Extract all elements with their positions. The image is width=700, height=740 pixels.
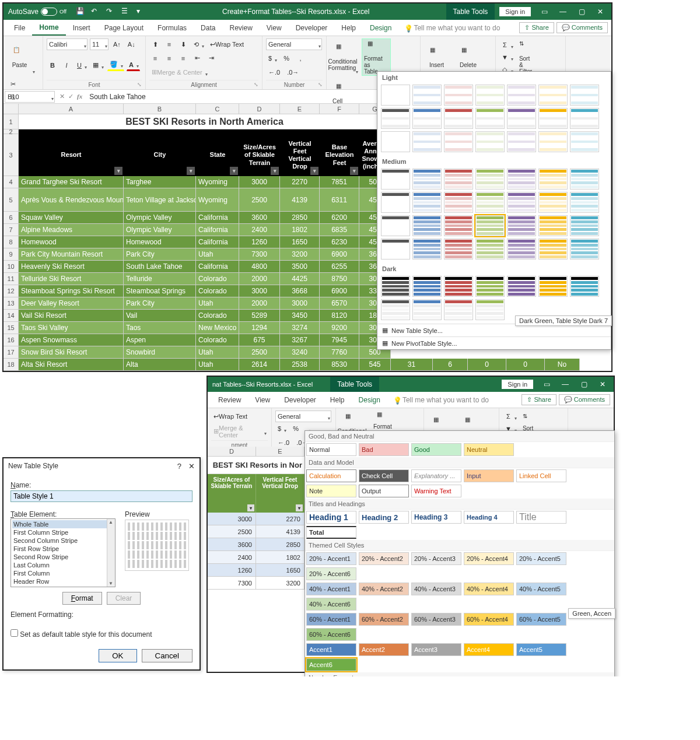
- decrease-font-icon[interactable]: A↓: [125, 38, 138, 50]
- cell[interactable]: 2538: [280, 359, 320, 371]
- cell-style-item[interactable]: Title: [516, 511, 566, 524]
- row-header[interactable]: 10: [4, 261, 19, 273]
- insert-function-icon[interactable]: fx: [77, 93, 82, 100]
- sort-filter-button[interactable]: ⇅Sort & Filter: [517, 38, 540, 76]
- cell[interactable]: 4425: [280, 273, 320, 285]
- font-name-select[interactable]: Calibri: [47, 38, 88, 50]
- tab-file[interactable]: File: [7, 21, 32, 35]
- cell[interactable]: 3200: [256, 577, 304, 590]
- tab-help[interactable]: Help: [334, 21, 363, 35]
- cell[interactable]: Snowbird: [124, 346, 196, 359]
- cell[interactable]: Grand Targhee Ski Resort: [19, 176, 124, 188]
- filter-icon[interactable]: ▾: [230, 167, 238, 175]
- default-checkbox-row[interactable]: Set as default table style for this docu…: [10, 629, 192, 639]
- cell[interactable]: 6835: [320, 224, 359, 236]
- accounting-format-icon[interactable]: $: [275, 423, 288, 434]
- table-style-swatch[interactable]: [475, 85, 505, 106]
- touch-icon[interactable]: ☰: [121, 7, 131, 16]
- table-style-swatch[interactable]: [507, 131, 536, 152]
- table-style-swatch[interactable]: [444, 192, 473, 213]
- table-style-swatch[interactable]: [444, 131, 473, 152]
- table-style-swatch[interactable]: [507, 108, 536, 129]
- cell[interactable]: 3240: [280, 346, 320, 359]
- table-style-swatch[interactable]: [538, 215, 568, 236]
- col-E[interactable]: E: [280, 104, 320, 114]
- cell[interactable]: Heavenly Ski Resort: [19, 261, 124, 273]
- row-header[interactable]: 5: [4, 188, 19, 212]
- insert-cells-button[interactable]: ▦Insert: [424, 38, 453, 76]
- alignment-dialog-icon[interactable]: ⤡: [254, 82, 258, 87]
- list-item[interactable]: First Column Stripe: [12, 528, 114, 536]
- cell[interactable]: 2850: [280, 212, 320, 224]
- minimize-icon[interactable]: —: [556, 378, 574, 391]
- cell[interactable]: 1650: [256, 564, 304, 577]
- table-style-swatch[interactable]: [412, 85, 442, 106]
- table-style-swatch[interactable]: [475, 192, 505, 213]
- align-middle-icon[interactable]: ≡: [163, 38, 175, 50]
- cell[interactable]: 9200: [320, 322, 359, 334]
- autosum-icon[interactable]: Σ: [503, 411, 518, 422]
- table-style-swatch[interactable]: [381, 108, 410, 129]
- cell-style-item[interactable]: 60% - Accent5: [516, 613, 566, 626]
- cell[interactable]: 1294: [239, 322, 280, 334]
- cell[interactable]: Squaw Valley: [19, 212, 124, 224]
- table-style-swatch[interactable]: [507, 239, 536, 259]
- cell[interactable]: 6311: [320, 188, 359, 212]
- tab-developer[interactable]: Developer: [277, 393, 323, 407]
- cell-style-item[interactable]: 40% - Accent6: [306, 598, 356, 611]
- filter-icon[interactable]: ▾: [271, 167, 279, 175]
- cell[interactable]: 1260: [239, 236, 280, 248]
- cell[interactable]: Taos Ski Valley: [19, 322, 124, 334]
- tell-me-search[interactable]: 💡Tell me what you want to do: [398, 24, 500, 32]
- cell-style-item[interactable]: 60% - Accent3: [411, 613, 461, 626]
- increase-decimal-icon[interactable]: ←.0: [266, 66, 282, 78]
- table-style-swatch[interactable]: [570, 276, 599, 297]
- close-icon[interactable]: ✕: [592, 5, 609, 18]
- table-style-swatch[interactable]: [412, 215, 442, 236]
- font-color-icon[interactable]: A: [127, 59, 140, 71]
- cell[interactable]: 7851: [320, 176, 359, 188]
- cell-style-item[interactable]: Heading 1: [306, 511, 356, 524]
- col-F[interactable]: F: [320, 104, 359, 114]
- cell[interactable]: 3500: [280, 261, 320, 273]
- cell-style-item[interactable]: Accent6: [306, 658, 356, 671]
- table-style-swatch[interactable]: [444, 215, 473, 236]
- cell[interactable]: 8530: [320, 359, 359, 371]
- table-style-swatch[interactable]: [538, 131, 568, 152]
- cell[interactable]: Utah: [196, 248, 239, 261]
- table-style-swatch[interactable]: [475, 131, 505, 152]
- tab-data[interactable]: Data: [194, 21, 222, 35]
- wrap-text-button[interactable]: ↩ Wrap Text: [211, 411, 250, 422]
- cell[interactable]: Deer Valley Resort: [19, 297, 124, 310]
- table-style-swatch[interactable]: [570, 169, 599, 190]
- table-style-swatch[interactable]: [381, 131, 410, 152]
- merge-center-button[interactable]: ⊞ Merge & Center: [149, 66, 209, 78]
- cell[interactable]: 3450: [280, 310, 320, 322]
- cell[interactable]: 2400: [208, 551, 256, 564]
- table-style-swatch[interactable]: [570, 131, 599, 152]
- table-style-swatch[interactable]: [507, 85, 536, 106]
- cell[interactable]: Targhee: [124, 176, 196, 188]
- cell[interactable]: 7300: [208, 577, 256, 590]
- cell[interactable]: 3600: [208, 538, 256, 551]
- cell-style-item[interactable]: Calculation: [306, 469, 356, 482]
- cell[interactable]: 2270: [280, 176, 320, 188]
- fill-icon[interactable]: ▼: [499, 51, 514, 63]
- cell[interactable]: Park City: [124, 297, 196, 310]
- cell-style-item[interactable]: 20% - Accent2: [359, 552, 409, 565]
- cell[interactable]: Teton Village at Jackson Hole: [124, 188, 196, 212]
- cell[interactable]: Steamboat Springs Ski Resort: [19, 285, 124, 297]
- cell[interactable]: 2614: [239, 359, 280, 371]
- table-style-swatch[interactable]: [570, 215, 599, 236]
- cell[interactable]: Park City Mountain Resort: [19, 248, 124, 261]
- cell-style-item[interactable]: 20% - Accent6: [306, 567, 356, 580]
- format-as-table-button[interactable]: ▦Format as Table: [362, 38, 391, 76]
- conditional-formatting-button[interactable]: ▦Conditional Formatting: [330, 38, 359, 76]
- orientation-icon[interactable]: ⟲: [191, 38, 205, 50]
- cell-style-item[interactable]: 40% - Accent2: [359, 583, 409, 595]
- clear-button[interactable]: Clear: [107, 592, 141, 605]
- hdr-vert[interactable]: Vertical Feet Vertical Drop▾: [256, 474, 304, 513]
- sign-in-button[interactable]: Sign in: [502, 380, 533, 389]
- cell[interactable]: 6200: [320, 212, 359, 224]
- cell[interactable]: California: [196, 212, 239, 224]
